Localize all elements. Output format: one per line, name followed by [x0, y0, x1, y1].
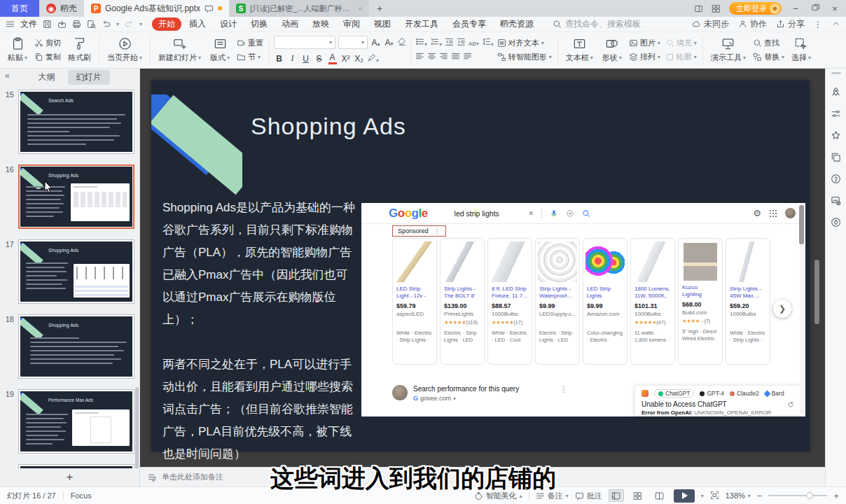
zoom-slider-knob[interactable] — [806, 492, 813, 499]
qat-customize-icon[interactable]: ▾ — [139, 21, 142, 27]
share-button[interactable]: 分享 — [776, 18, 805, 30]
reading-view-button[interactable] — [652, 489, 667, 502]
menu-transitions[interactable]: 切换 — [244, 18, 274, 31]
slide-thumbnail-18[interactable]: 18 Shopping Ads — [0, 314, 139, 379]
restore-button[interactable] — [810, 3, 821, 14]
zoom-level-button[interactable]: 138%▾ — [726, 491, 751, 500]
clear-format-button[interactable] — [397, 37, 406, 48]
zoom-slider[interactable] — [768, 495, 827, 496]
tab-spreadsheet[interactable]: S [只读]已解密_...人端删广种草bf — [229, 0, 369, 17]
menu-member[interactable]: 会员专享 — [446, 18, 492, 31]
tab-document-active[interactable]: P Google Ads基础知识.pptx — [84, 0, 229, 17]
char-spacing-button[interactable]: AB▾ — [469, 38, 479, 48]
refresh-icon[interactable] — [787, 401, 794, 408]
replace-button[interactable]: 替换▾ — [751, 52, 786, 62]
smart-beautify-button[interactable]: 智能美化▴ — [474, 491, 522, 501]
fill-button[interactable]: 填充▾ — [664, 38, 698, 48]
carousel-next-button[interactable]: ❯ — [773, 300, 791, 318]
product-card[interactable]: Strip Lights - The BOLT 8' ... $139.00 P… — [440, 238, 485, 365]
play-from-current-button[interactable]: 当页开始▾ — [104, 34, 146, 67]
convert-smartart-button[interactable]: 转智能图形▾ — [496, 52, 553, 62]
add-slide-button[interactable]: + — [0, 468, 139, 486]
product-card[interactable]: LED Strip Light - 12v - Flexib... $59.79… — [392, 238, 437, 365]
gpt4-tab[interactable]: GPT-4 — [700, 390, 724, 397]
align-center-button[interactable] — [427, 52, 436, 63]
paste-button[interactable]: 粘贴▾ — [4, 34, 31, 67]
product-card[interactable]: LED Strip Lights 32.8ft,... $9.99 Amazon… — [583, 238, 627, 365]
notes-bar[interactable]: 单击此处添加备注 — [140, 467, 825, 486]
clear-query-icon[interactable]: × — [529, 209, 534, 218]
cut-button[interactable]: 剪切 — [33, 38, 62, 48]
format-painter-button[interactable]: 格式刷 — [64, 34, 95, 67]
panel-handle[interactable] — [831, 72, 841, 74]
menu-insert[interactable]: 插入 — [183, 18, 212, 31]
tab-home[interactable]: 首页 — [0, 0, 39, 17]
export-icon[interactable] — [57, 20, 67, 29]
slide-thumbnail-19[interactable]: 19 Performance Max Ads — [0, 389, 139, 454]
product-card[interactable]: Strip Lights - 45W Max.... $59.20 1000Bu… — [726, 238, 770, 365]
redo-icon[interactable] — [125, 20, 134, 29]
select-button[interactable]: 选择▾ — [788, 34, 814, 67]
bold-button[interactable]: B — [274, 54, 284, 64]
textbox-button[interactable]: 文本框▾ — [562, 34, 597, 67]
panel-collapse-button[interactable]: « — [5, 71, 10, 80]
presentation-tools-button[interactable]: 演示工具▾ — [707, 34, 749, 67]
bullets-button[interactable]: ▾ — [415, 37, 427, 48]
slide-thumbnail-16-selected[interactable]: 16 Shopping Ads — [0, 164, 139, 229]
copy-button[interactable]: 复制 — [33, 52, 62, 62]
align-left-button[interactable] — [415, 52, 424, 63]
product-card[interactable]: Strip Lights - Waterproof... $9.99 LEDSu… — [535, 238, 580, 365]
workspace-grid-icon[interactable] — [712, 4, 721, 13]
align-right-button[interactable] — [439, 52, 448, 63]
comments-button[interactable]: 批注 — [575, 491, 602, 501]
font-size-select[interactable]: ▾ — [338, 36, 368, 49]
new-slide-button[interactable]: 新建幻灯片▾ — [155, 34, 204, 67]
menu-view[interactable]: 视图 — [368, 18, 397, 31]
panel-scrollbar[interactable] — [135, 387, 139, 468]
fit-window-icon[interactable] — [710, 491, 719, 501]
arrange-button[interactable]: 排列▾ — [627, 52, 662, 62]
properties-sliders-icon[interactable] — [831, 108, 841, 119]
undo-dropdown-icon[interactable]: ▾ — [116, 21, 119, 27]
notes-toggle-button[interactable]: 备注▾ — [536, 491, 569, 501]
search-performance-block[interactable]: Search performance for this query Ggovee… — [392, 385, 519, 402]
menu-review[interactable]: 审阅 — [337, 18, 366, 31]
undo-icon[interactable] — [102, 20, 111, 29]
line-spacing-button[interactable]: ▾ — [482, 37, 494, 48]
picture-button[interactable]: 图片▾ — [627, 38, 662, 48]
focus-mode-label[interactable]: Focus — [71, 491, 92, 500]
zoom-out-button[interactable]: − — [757, 491, 763, 501]
duplicate-icon[interactable] — [831, 152, 841, 162]
font-family-select[interactable]: ▾ — [274, 36, 335, 49]
underline-button[interactable]: U — [300, 54, 311, 64]
help-icon[interactable] — [831, 174, 841, 184]
search-submit-icon[interactable] — [582, 209, 590, 218]
play-options-icon[interactable]: ▾ — [701, 493, 704, 499]
new-tab-button[interactable]: + — [369, 0, 390, 17]
voice-search-icon[interactable] — [550, 209, 558, 218]
shrink-font-button[interactable]: A▾ — [384, 38, 394, 48]
menu-design[interactable]: 设计 — [214, 18, 243, 31]
align-text-button[interactable]: 对齐文本▾ — [496, 38, 553, 48]
collapse-ribbon-icon[interactable] — [831, 19, 840, 30]
login-button[interactable]: 立即登录 ☻ — [729, 2, 782, 15]
command-search-input[interactable]: 查找命令、搜索模板 — [553, 18, 641, 30]
distribute-button[interactable] — [463, 52, 472, 63]
bard-tab[interactable]: Bard — [765, 390, 784, 397]
superscript-button[interactable]: X² — [340, 54, 351, 64]
product-card[interactable]: 8 ft. LED Strip Fixture, 11.7... $88.57 … — [487, 238, 532, 365]
slide-thumbnail-17[interactable]: 17 Shopping Ads — [0, 239, 139, 304]
slide-title[interactable]: Shopping Ads — [251, 113, 406, 140]
google-apps-grid-icon[interactable] — [769, 209, 777, 218]
save-icon[interactable] — [43, 20, 52, 29]
workspace-scrollbar[interactable] — [814, 260, 819, 324]
menu-animation[interactable]: 动画 — [275, 18, 305, 31]
product-card[interactable]: Kuzco Lighting EW71305... $68.00 Build.c… — [678, 238, 723, 365]
slide-body-text[interactable]: Shopping Ads是以产品为基础的一种谷歌广告系列，目前只剩下标准购物广告… — [162, 197, 359, 465]
image-settings-icon[interactable] — [831, 195, 841, 206]
google-settings-icon[interactable]: ⚙ — [753, 208, 761, 218]
beautify-star-icon[interactable] — [831, 130, 841, 141]
minimize-button[interactable]: − — [790, 4, 801, 14]
outline-button[interactable]: 轮廓▾ — [664, 52, 698, 62]
slideshow-play-button[interactable] — [674, 489, 695, 503]
